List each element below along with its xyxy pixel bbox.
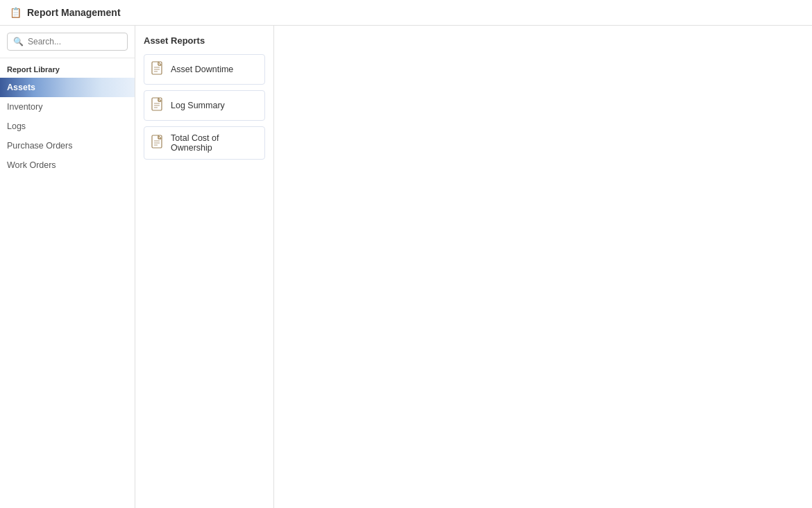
reports-panel-title: Asset Reports xyxy=(144,35,265,46)
search-input[interactable] xyxy=(28,37,121,46)
content-area: Asset Reports Asset Downtime xyxy=(135,26,812,508)
sidebar-item-logs[interactable]: Logs xyxy=(0,117,135,136)
sidebar-nav: Assets Inventory Logs Purchase Orders Wo… xyxy=(0,78,135,175)
sidebar-item-work-orders[interactable]: Work Orders xyxy=(0,155,135,175)
sidebar-item-inventory[interactable]: Inventory xyxy=(0,97,135,117)
report-card-log-summary[interactable]: Log Summary xyxy=(144,90,265,121)
sidebar-item-purchase-orders[interactable]: Purchase Orders xyxy=(0,136,135,155)
report-card-total-cost-of-ownership[interactable]: Total Cost of Ownership xyxy=(144,126,265,160)
report-card-label-total-cost: Total Cost of Ownership xyxy=(171,133,257,153)
report-doc-icon-asset-downtime xyxy=(151,61,165,78)
report-card-label-asset-downtime: Asset Downtime xyxy=(171,65,233,74)
report-card-label-log-summary: Log Summary xyxy=(171,101,225,110)
search-icon: 🔍 xyxy=(13,37,24,46)
detail-area xyxy=(274,26,812,508)
search-container: 🔍 xyxy=(0,26,135,58)
report-management-icon: 📋 xyxy=(10,7,22,18)
reports-panel: Asset Reports Asset Downtime xyxy=(135,26,274,508)
report-card-asset-downtime[interactable]: Asset Downtime xyxy=(144,54,265,85)
report-library-label: Report Library xyxy=(0,58,135,78)
app-header: 📋 Report Management xyxy=(0,0,812,26)
sidebar: 🔍 Report Library Assets Inventory Logs P… xyxy=(0,26,135,508)
app-container: 📋 Report Management 🔍 Report Library Ass… xyxy=(0,0,812,508)
report-doc-icon-total-cost xyxy=(151,135,165,151)
main-layout: 🔍 Report Library Assets Inventory Logs P… xyxy=(0,26,812,508)
app-header-title: Report Management xyxy=(27,7,121,18)
sidebar-item-assets[interactable]: Assets xyxy=(0,78,135,97)
search-input-wrapper[interactable]: 🔍 xyxy=(7,33,128,51)
report-doc-icon-log-summary xyxy=(151,97,165,114)
